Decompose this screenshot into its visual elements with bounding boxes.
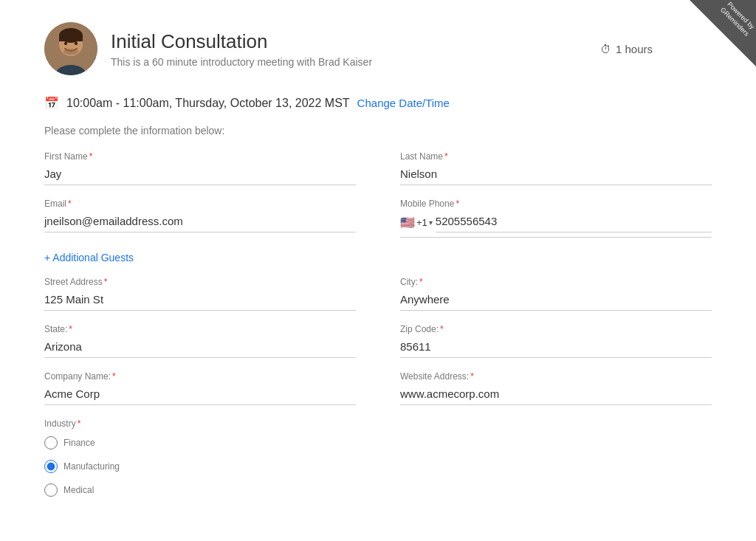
phone-country-selector[interactable]: 🇺🇸 +1 ▾: [400, 216, 433, 230]
state-label: State:*: [44, 324, 356, 334]
first-name-label: First Name*: [44, 151, 356, 162]
phone-number-input[interactable]: [436, 212, 712, 232]
header: Initial Consultation This is a 60 minute…: [44, 22, 712, 75]
duration-text: 1 hours: [616, 43, 653, 55]
change-datetime-link[interactable]: Change Date/Time: [357, 97, 450, 109]
company-input[interactable]: [44, 385, 356, 405]
svg-point-6: [63, 49, 78, 55]
meeting-subtitle: This is a 60 minute introductory meeting…: [111, 56, 372, 68]
calendar-icon: 📅: [44, 96, 59, 110]
industry-label-finance: Finance: [63, 438, 95, 448]
phone-label: Mobile Phone*: [400, 199, 712, 209]
industry-label-medical: Medical: [63, 485, 94, 495]
chevron-down-icon: ▾: [429, 218, 433, 227]
zip-group: Zip Code:*: [400, 324, 712, 358]
state-group: State:*: [44, 324, 356, 358]
zip-input[interactable]: [400, 337, 712, 358]
country-code: +1: [416, 217, 427, 228]
form-instruction: Please complete the information below:: [44, 125, 712, 137]
name-row: First Name* Last Name*: [44, 151, 712, 185]
datetime-bar: 📅 10:00am - 11:00am, Thursday, October 1…: [44, 96, 712, 110]
svg-point-5: [75, 42, 78, 45]
first-name-group: First Name*: [44, 151, 356, 185]
header-info: Initial Consultation This is a 60 minute…: [111, 30, 372, 68]
state-zip-row: State:* Zip Code:*: [44, 324, 712, 358]
company-group: Company Name:*: [44, 371, 356, 405]
city-label: City:*: [400, 277, 712, 287]
clock-icon: ⏱: [600, 43, 611, 55]
industry-option-manufacturing[interactable]: Manufacturing: [44, 460, 712, 473]
industry-group: Industry* Finance Manufacturing Medical: [44, 418, 712, 500]
last-name-group: Last Name*: [400, 151, 712, 185]
industry-row: Industry* Finance Manufacturing Medical: [44, 418, 712, 500]
website-label: Website Address:*: [400, 371, 712, 382]
svg-rect-3: [59, 35, 83, 41]
street-label: Street Address*: [44, 277, 356, 287]
datetime-text: 10:00am - 11:00am, Thursday, October 13,…: [66, 97, 350, 110]
street-input[interactable]: [44, 290, 356, 311]
duration-display: ⏱ 1 hours: [600, 43, 653, 55]
company-label: Company Name:*: [44, 371, 356, 382]
street-group: Street Address*: [44, 277, 356, 311]
industry-radio-finance[interactable]: [44, 436, 58, 449]
industry-option-finance[interactable]: Finance: [44, 436, 712, 449]
additional-guests-link[interactable]: + Additional Guests: [44, 252, 134, 263]
industry-radio-group: Finance Manufacturing Medical: [44, 436, 712, 500]
svg-point-4: [64, 42, 67, 45]
industry-option-medical[interactable]: Medical: [44, 483, 712, 497]
email-group: Email*: [44, 199, 356, 238]
industry-radio-manufacturing[interactable]: [44, 460, 58, 473]
badge-text: Powered byGReminders: [716, 0, 756, 41]
page-container: Powered byGReminders: [0, 0, 756, 541]
email-input[interactable]: [44, 212, 356, 232]
contact-row: Email* Mobile Phone* 🇺🇸 +1 ▾: [44, 199, 712, 238]
website-input[interactable]: [400, 385, 712, 405]
state-input[interactable]: [44, 337, 356, 358]
last-name-input[interactable]: [400, 165, 712, 185]
avatar: [44, 22, 97, 75]
phone-input-group: 🇺🇸 +1 ▾: [400, 212, 712, 238]
header-left: Initial Consultation This is a 60 minute…: [44, 22, 372, 75]
city-input[interactable]: [400, 290, 712, 311]
industry-label: Industry*: [44, 418, 712, 429]
city-group: City:*: [400, 277, 712, 311]
email-label: Email*: [44, 199, 356, 209]
industry-label-manufacturing: Manufacturing: [63, 461, 120, 472]
industry-radio-medical[interactable]: [44, 483, 58, 497]
phone-group: Mobile Phone* 🇺🇸 +1 ▾: [400, 199, 712, 238]
address-row: Street Address* City:*: [44, 277, 712, 311]
last-name-label: Last Name*: [400, 151, 712, 162]
meeting-title: Initial Consultation: [111, 30, 372, 53]
us-flag-icon: 🇺🇸: [400, 216, 415, 230]
company-website-row: Company Name:* Website Address:*: [44, 371, 712, 405]
website-group: Website Address:*: [400, 371, 712, 405]
zip-label: Zip Code:*: [400, 324, 712, 334]
first-name-input[interactable]: [44, 165, 356, 185]
